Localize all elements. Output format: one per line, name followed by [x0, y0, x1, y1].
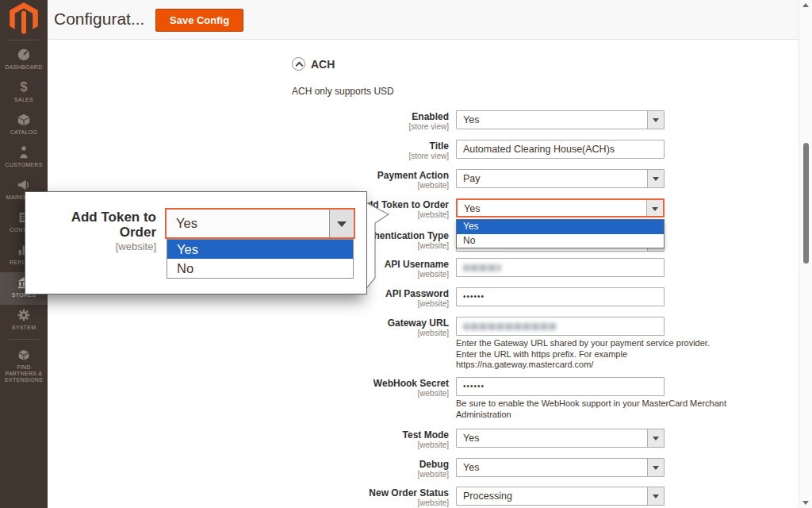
field-label: Test Mode [website] — [293, 430, 449, 449]
chevron-down-icon[interactable] — [647, 459, 664, 476]
magento-logo[interactable] — [0, 0, 48, 40]
sidebar-label: CUSTOMERS — [5, 162, 42, 168]
sidebar-item-dashboard[interactable]: DASHBOARD — [0, 44, 48, 77]
popup-add-token-select[interactable]: Yes — [165, 208, 355, 239]
page-header: Configurat... Save Config — [48, 0, 799, 40]
api-password-input[interactable]: •••••• — [456, 287, 665, 306]
dashboard-icon — [17, 47, 31, 63]
field-label: Gateway URL [website] — [293, 318, 449, 337]
webhook-secret-input[interactable]: •••••• — [456, 377, 665, 396]
redacted-value — [463, 264, 501, 271]
callout-pointer — [366, 190, 393, 295]
popup-option-no[interactable]: No — [167, 259, 353, 278]
field-label: Enabled [store view] — [293, 112, 449, 131]
sidebar-divider — [9, 40, 39, 40]
add-token-select[interactable]: Yes — [456, 198, 665, 217]
sidebar-item-catalog[interactable]: CATALOG — [0, 110, 48, 142]
field-label: WebHook Secret [website] — [293, 379, 449, 398]
scroll-up-icon[interactable] — [802, 3, 809, 7]
field-label: Debug [website] — [293, 460, 449, 479]
api-username-input[interactable] — [456, 258, 665, 277]
section-header-ach[interactable]: ACH — [292, 57, 335, 71]
magento-logo-icon — [10, 2, 38, 37]
title-input[interactable]: Automated Clearing House(ACH)s — [456, 140, 665, 159]
payment-action-select[interactable]: Pay — [456, 169, 665, 188]
find-partners-icon — [17, 347, 31, 363]
sidebar-label: DASHBOARD — [5, 64, 42, 71]
sidebar-label: CATALOG — [10, 129, 38, 136]
debug-select[interactable]: Yes — [456, 458, 665, 477]
sidebar-divider — [9, 339, 39, 340]
sidebar-item-system[interactable]: SYSTEM — [0, 305, 48, 337]
chevron-down-icon[interactable] — [647, 487, 664, 505]
dropdown-option-yes[interactable]: Yes — [457, 220, 664, 234]
marketing-icon — [17, 177, 31, 193]
sidebar-item-customers[interactable]: CUSTOMERS — [0, 142, 48, 175]
scroll-down-icon[interactable] — [802, 501, 809, 505]
save-config-button[interactable]: Save Config — [155, 9, 243, 32]
customers-icon — [17, 144, 31, 160]
gateway-url-input[interactable] — [456, 317, 665, 336]
system-icon — [17, 307, 31, 323]
field-label: Payment Action [website] — [293, 171, 449, 190]
webhook-secret-help: Be sure to enable the WebHook support in… — [456, 398, 730, 420]
page-title: Configurat... — [54, 10, 144, 29]
chevron-down-icon[interactable] — [646, 200, 663, 216]
popup-option-yes[interactable]: Yes — [167, 240, 353, 259]
sidebar-label: SYSTEM — [12, 325, 36, 331]
test-mode-select[interactable]: Yes — [456, 429, 665, 448]
sidebar-label: SALES — [14, 97, 33, 103]
zoom-callout-popup: Add Token to Order [website] Yes Yes No — [25, 191, 367, 294]
chevron-down-icon[interactable] — [647, 111, 664, 129]
enabled-select[interactable]: Yes — [456, 110, 665, 129]
field-label: New Order Status [website] — [293, 488, 449, 507]
popup-dropdown: Yes No — [167, 239, 354, 279]
popup-field-label: Add Token to Order [website] — [41, 210, 156, 253]
catalog-icon — [17, 112, 31, 128]
collapse-icon[interactable] — [292, 57, 305, 71]
vertical-scrollbar[interactable] — [799, 0, 812, 508]
gateway-url-help: Enter the Gateway URL shared by your pay… — [456, 338, 730, 371]
section-comment: ACH only supports USD — [292, 86, 394, 97]
chevron-down-icon[interactable] — [647, 429, 664, 447]
new-order-status-select[interactable]: Processing — [456, 487, 665, 506]
scrollbar-thumb[interactable] — [803, 143, 809, 264]
chevron-down-icon[interactable] — [329, 210, 354, 237]
redacted-value — [463, 323, 557, 330]
add-token-dropdown: Yes No — [456, 219, 665, 248]
sidebar-item-sales[interactable]: $ SALES — [0, 77, 48, 110]
field-label: Title [store view] — [293, 141, 449, 160]
dropdown-option-no[interactable]: No — [457, 234, 664, 248]
chevron-down-icon[interactable] — [647, 170, 664, 187]
sidebar-item-find-partners[interactable]: FIND PARTNERS & EXTENSIONS — [0, 344, 48, 386]
config-form: Enabled [store view] Yes Title [store vi… — [293, 104, 737, 508]
sales-icon: $ — [21, 79, 28, 95]
magento-admin-window: DASHBOARD $ SALES CATALOG CUSTOMERS — [0, 0, 812, 508]
sidebar-label: FIND PARTNERS & EXTENSIONS — [2, 364, 46, 383]
section-title: ACH — [311, 58, 335, 71]
